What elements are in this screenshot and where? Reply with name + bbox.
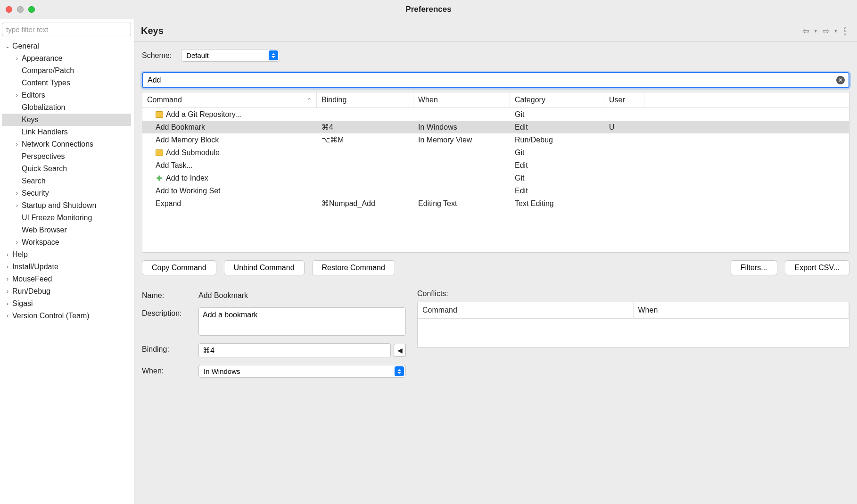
tree-node[interactable]: ›Startup and Shutdown [2,199,131,212]
table-row[interactable]: Add Memory Block⌥⌘MIn Memory ViewRun/Deb… [142,133,849,146]
page-title: Keys [141,25,164,36]
restore-command-button[interactable]: Restore Command [312,260,395,275]
conflicts-col-command[interactable]: Command [418,302,634,318]
tree-node[interactable]: ›Appearance [2,52,131,65]
tree-arrow-icon[interactable]: › [4,251,11,258]
tree-node[interactable]: ›Install/Update [2,261,131,273]
filter-input[interactable] [2,23,131,36]
tree-node[interactable]: ·Link Handlers [2,126,131,138]
tree-node-label: Sigasi [11,299,33,308]
when-select[interactable]: In Windows [198,365,406,378]
tree-node[interactable]: ·Quick Search [2,163,131,175]
tree-node[interactable]: ·UI Freeze Monitoring [2,212,131,224]
tree-arrow-icon[interactable]: › [4,276,11,282]
tree-node-label: Version Control (Team) [11,312,90,320]
col-command[interactable]: Command [142,92,317,107]
tree-node[interactable]: ·Globalization [2,101,131,114]
tree-arrow-icon: · [13,227,21,233]
table-row[interactable]: ✚Add to IndexGit [142,172,849,184]
table-row[interactable]: Expand⌘Numpad_AddEditing TextText Editin… [142,197,849,210]
folder-icon [156,149,163,156]
tree-node-label: Globalization [21,103,66,112]
window-title: Preferences [0,5,857,14]
cell-command: Add Submodule [142,149,317,157]
preferences-tree[interactable]: ⌄General›Appearance·Compare/Patch·Conten… [2,40,131,322]
conflicts-body [418,319,849,347]
binding-input[interactable] [198,343,391,357]
tree-arrow-icon: · [13,116,21,123]
tree-arrow-icon[interactable]: ⌄ [4,43,11,50]
cell-category: Run/Debug [510,136,604,144]
tree-node-label: Perspectives [21,152,65,161]
tree-node[interactable]: ·Compare/Patch [2,65,131,77]
cell-category: Text Editing [510,199,604,208]
nav-forward-caret-icon[interactable]: ▼ [833,28,838,33]
table-row[interactable]: Add Task...Edit [142,159,849,172]
unbind-command-button[interactable]: Unbind Command [224,260,305,275]
tree-arrow-icon[interactable]: › [4,313,11,319]
table-row[interactable]: Add SubmoduleGit [142,146,849,159]
tree-arrow-icon[interactable]: › [13,92,21,99]
clear-search-icon[interactable]: ✕ [836,76,845,84]
col-user[interactable]: User [604,92,644,107]
binding-back-icon[interactable]: ◀ [394,344,406,357]
tree-node[interactable]: ›Run/Debug [2,285,131,297]
tree-arrow-icon: · [13,165,21,172]
col-when[interactable]: When [413,92,510,107]
cell-command: Add Bookmark [142,123,317,132]
cell-when: In Windows [413,123,510,132]
titlebar: Preferences [0,0,857,19]
tree-arrow-icon[interactable]: › [4,288,11,295]
cell-category: Edit [510,161,604,170]
tree-node[interactable]: ›Editors [2,89,131,101]
tree-node[interactable]: ›Network Connections [2,138,131,150]
tree-node[interactable]: ·Keys [2,114,131,126]
description-textarea[interactable]: Add a bookmark [198,307,406,336]
cell-command: Expand [142,199,317,208]
tree-node-label: UI Freeze Monitoring [21,214,92,222]
cell-command-text: Expand [156,199,181,208]
col-binding[interactable]: Binding [317,92,413,107]
tree-arrow-icon[interactable]: › [4,300,11,307]
nav-back-caret-icon[interactable]: ▼ [813,28,818,33]
table-row[interactable]: Add Bookmark⌘4In WindowsEditU [142,121,849,133]
tree-arrow-icon[interactable]: › [13,55,21,62]
copy-command-button[interactable]: Copy Command [142,260,216,275]
tree-node[interactable]: ›Help [2,248,131,261]
cell-command-text: Add Submodule [166,149,220,157]
scheme-label: Scheme: [142,51,172,60]
scheme-select[interactable]: Default [181,49,280,62]
tree-node[interactable]: ›Security [2,187,131,199]
export-csv-button[interactable]: Export CSV... [785,260,849,275]
nav-back-icon[interactable]: ⇦ [801,26,810,36]
tree-node-label: Network Connections [21,140,93,149]
tree-arrow-icon[interactable]: › [4,264,11,270]
table-row[interactable]: Add a Git Repository...Git [142,108,849,121]
tree-node-label: Security [21,189,49,198]
tree-node[interactable]: ›Sigasi [2,297,131,310]
cell-command-text: Add a Git Repository... [166,110,241,119]
name-value: Add Bookmark [198,289,248,300]
tree-arrow-icon: · [13,129,21,135]
filters-button[interactable]: Filters... [731,260,777,275]
conflicts-col-when[interactable]: When [634,302,849,318]
col-category[interactable]: Category [510,92,604,107]
tree-node[interactable]: ⌄General [2,40,131,52]
tree-arrow-icon[interactable]: › [13,239,21,246]
tree-node[interactable]: ·Perspectives [2,150,131,163]
when-label: When: [142,365,198,375]
nav-forward-icon[interactable]: ⇨ [822,26,831,36]
tree-node[interactable]: ›Workspace [2,236,131,248]
tree-node[interactable]: ·Web Browser [2,224,131,236]
tree-node-label: Quick Search [21,165,67,173]
tree-arrow-icon[interactable]: › [13,141,21,148]
tree-arrow-icon[interactable]: › [13,202,21,209]
tree-node[interactable]: ·Search [2,175,131,187]
tree-node[interactable]: ·Content Types [2,77,131,89]
overflow-menu-icon[interactable] [842,27,848,35]
tree-node[interactable]: ›Version Control (Team) [2,310,131,322]
tree-arrow-icon[interactable]: › [13,190,21,197]
tree-node[interactable]: ›MouseFeed [2,273,131,285]
command-search-input[interactable] [142,72,849,88]
table-row[interactable]: Add to Working SetEdit [142,184,849,197]
